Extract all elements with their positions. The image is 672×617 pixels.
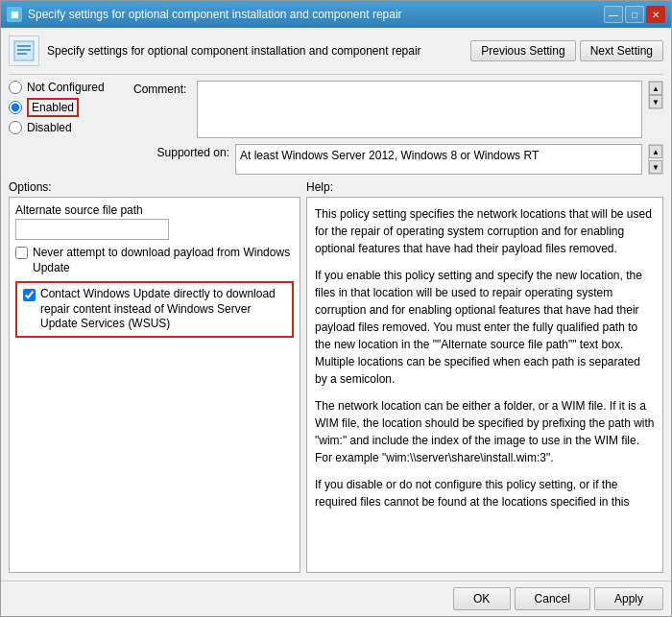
- options-section-label: Options:: [9, 180, 306, 197]
- settings-icon: [12, 39, 36, 62]
- comment-input[interactable]: [197, 81, 642, 138]
- title-bar: ▣ Specify settings for optional componen…: [1, 1, 671, 28]
- supported-label: Supported on:: [133, 144, 229, 159]
- cancel-button[interactable]: Cancel: [515, 587, 590, 610]
- help-section-label: Help:: [306, 180, 333, 197]
- minimize-button[interactable]: —: [604, 6, 623, 23]
- comment-section: Comment: ▲ ▼: [133, 81, 663, 138]
- help-panel: This policy setting specifies the networ…: [306, 197, 663, 573]
- scrollbar-up-arrow[interactable]: ▲: [649, 82, 662, 95]
- alt-source-label: Alternate source file path: [15, 203, 294, 217]
- header-section: Specify settings for optional component …: [9, 36, 663, 75]
- ok-button[interactable]: OK: [453, 587, 511, 610]
- svg-rect-3: [17, 53, 27, 55]
- enabled-radio[interactable]: [9, 101, 22, 114]
- header-description: Specify settings for optional component …: [47, 44, 463, 58]
- never-attempt-checkbox[interactable]: [15, 247, 28, 259]
- bottom-bar: OK Cancel Apply: [1, 581, 671, 616]
- prev-setting-button[interactable]: Previous Setting: [470, 40, 575, 61]
- comment-scrollbar[interactable]: ▲ ▼: [648, 81, 663, 109]
- comment-label: Comment:: [133, 81, 191, 96]
- content-area: Specify settings for optional component …: [1, 28, 671, 581]
- radio-section: Not Configured Enabled Disabled: [9, 81, 133, 134]
- window-icon: ▣: [7, 7, 22, 22]
- help-para-1: This policy setting specifies the networ…: [315, 205, 655, 257]
- svg-rect-2: [17, 49, 31, 51]
- options-help-labels: Options: Help:: [9, 180, 663, 197]
- windows-update-checkbox[interactable]: [23, 289, 36, 301]
- alt-source-input[interactable]: [15, 219, 169, 240]
- windows-update-box: Contact Windows Update directly to downl…: [15, 281, 294, 338]
- header-buttons: Previous Setting Next Setting: [470, 40, 663, 61]
- scrollbar-down-arrow[interactable]: ▼: [649, 95, 662, 108]
- supported-scrollbar[interactable]: ▲ ▼: [648, 144, 663, 175]
- svg-rect-1: [17, 45, 31, 47]
- options-help-section: Options: Help: Alternate source file pat…: [9, 180, 663, 573]
- enabled-label: Enabled: [27, 98, 79, 117]
- disabled-option[interactable]: Disabled: [9, 121, 133, 134]
- supported-row: Supported on: At least Windows Server 20…: [9, 144, 663, 175]
- main-window: ▣ Specify settings for optional componen…: [0, 0, 672, 617]
- title-controls: — □ ✕: [604, 6, 665, 23]
- maximize-button[interactable]: □: [625, 6, 644, 23]
- disabled-label: Disabled: [27, 121, 72, 134]
- window-title: Specify settings for optional component …: [28, 8, 402, 21]
- not-configured-option[interactable]: Not Configured: [9, 81, 133, 94]
- supported-scroll-down[interactable]: ▼: [649, 160, 662, 174]
- next-setting-button[interactable]: Next Setting: [580, 40, 663, 61]
- help-para-4: If you disable or do not configure this …: [315, 476, 655, 510]
- alt-source-section: Alternate source file path: [15, 203, 294, 240]
- disabled-radio[interactable]: [9, 121, 22, 134]
- close-button[interactable]: ✕: [646, 6, 665, 23]
- radio-comment-row: Not Configured Enabled Disabled Comment:…: [9, 81, 663, 138]
- not-configured-label: Not Configured: [27, 81, 105, 94]
- windows-update-label: Contact Windows Update directly to downl…: [40, 287, 286, 332]
- not-configured-radio[interactable]: [9, 81, 22, 94]
- options-panel: Alternate source file path Never attempt…: [9, 197, 300, 573]
- help-para-3: The network location can be either a fol…: [315, 397, 655, 466]
- enabled-option[interactable]: Enabled: [9, 98, 133, 117]
- header-icon: [9, 36, 39, 66]
- supported-value: At least Windows Server 2012, Windows 8 …: [235, 144, 642, 175]
- help-para-2: If you enable this policy setting and sp…: [315, 267, 655, 388]
- supported-scroll-up[interactable]: ▲: [649, 145, 662, 158]
- options-help-body: Alternate source file path Never attempt…: [9, 197, 663, 573]
- apply-button[interactable]: Apply: [594, 587, 663, 610]
- never-attempt-label: Never attempt to download payload from W…: [33, 246, 294, 275]
- never-attempt-row[interactable]: Never attempt to download payload from W…: [15, 246, 294, 275]
